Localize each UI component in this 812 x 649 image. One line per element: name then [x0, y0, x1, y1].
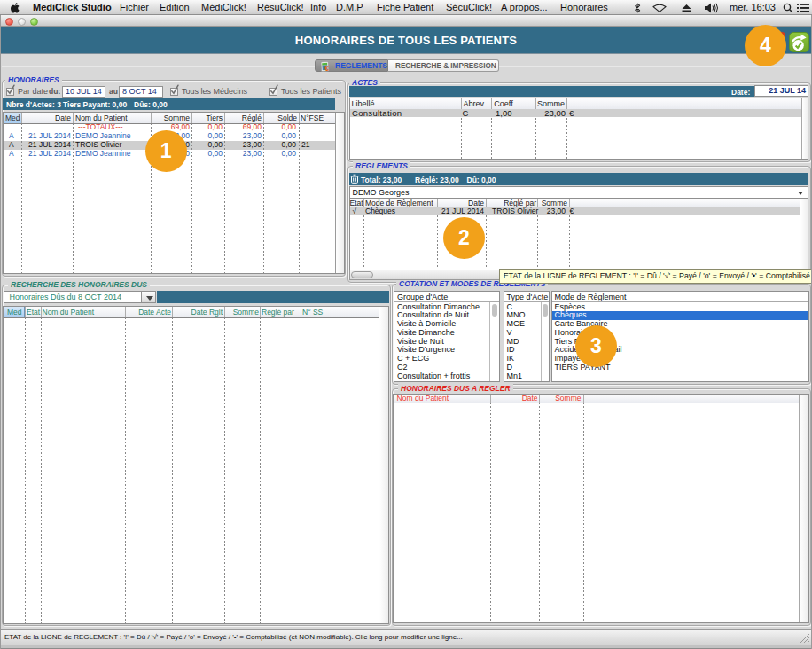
- svg-text:€: €: [324, 64, 329, 72]
